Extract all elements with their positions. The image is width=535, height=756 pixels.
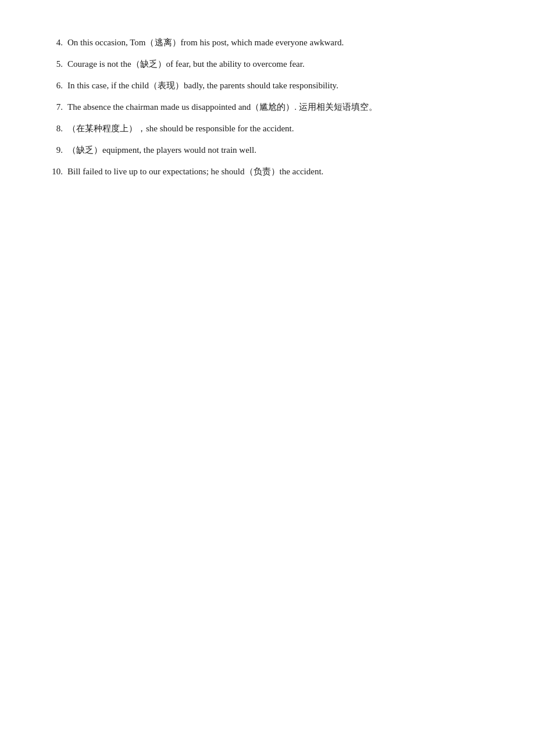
list-item: 8.（在某种程度上），she should be responsible for… — [47, 121, 488, 137]
list-item: 9.（缺乏）equipment, the players would not t… — [47, 142, 488, 158]
item-content: On this occasion, Tom（逃离）from his post, … — [67, 35, 344, 51]
list-item: 4.On this occasion, Tom（逃离）from his post… — [47, 35, 488, 51]
item-number: 7. — [47, 99, 67, 115]
list-item: 5.Courage is not the（缺乏）of fear, but the… — [47, 56, 488, 72]
item-number: 6. — [47, 78, 67, 94]
chinese-text: 缺乏 — [140, 59, 158, 69]
chinese-text: 在某种程度上 — [76, 124, 129, 133]
item-content: （缺乏）equipment, the players would not tra… — [67, 142, 256, 158]
chinese-text: 负责 — [254, 167, 271, 176]
chinese-text: 尴尬的 — [259, 102, 286, 112]
item-content: Bill failed to live up to our expectatio… — [67, 164, 323, 180]
item-number: 4. — [47, 35, 67, 51]
chinese-text: 逃离 — [155, 38, 172, 47]
exercise-list: 4.On this occasion, Tom（逃离）from his post… — [47, 35, 488, 180]
item-number: 10. — [47, 164, 67, 180]
chinese-text: 表现 — [158, 81, 175, 90]
item-content: The absence the chairman made us disappo… — [67, 99, 377, 115]
item-content: （在某种程度上），she should be responsible for t… — [67, 121, 294, 137]
list-item: 7.The absence the chairman made us disap… — [47, 99, 488, 115]
item-content: Courage is not the（缺乏）of fear, but the a… — [67, 56, 305, 72]
item-number: 8. — [47, 121, 67, 137]
chinese-text: 缺乏 — [76, 145, 94, 155]
item-number: 5. — [47, 56, 67, 72]
item-number: 9. — [47, 142, 67, 158]
item-content: In this case, if the child（表现）badly, the… — [67, 78, 338, 94]
list-item: 10.Bill failed to live up to our expecta… — [47, 164, 488, 180]
list-item: 6.In this case, if the child（表现）badly, t… — [47, 78, 488, 94]
